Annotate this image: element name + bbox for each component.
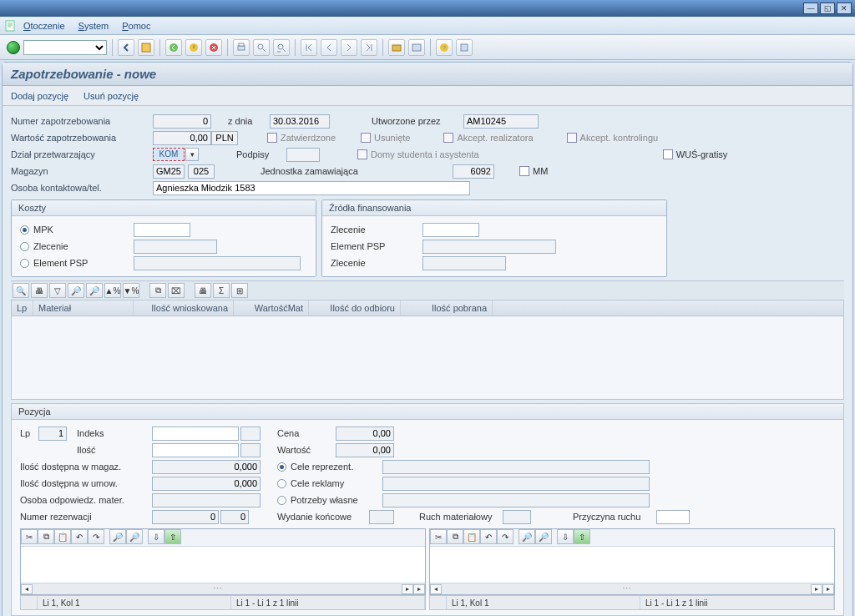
alv-table-icon[interactable]: ⊞: [231, 283, 248, 298]
save-icon[interactable]: [138, 39, 154, 56]
first-page-icon[interactable]: [301, 39, 317, 56]
ed-r-load-icon[interactable]: ⇩: [557, 529, 574, 544]
ed-r-scroll-right-icon[interactable]: ▸: [811, 584, 822, 594]
radio-cele-rep[interactable]: [277, 462, 286, 472]
radio-potrzeby[interactable]: [277, 496, 286, 505]
menu-pomoc[interactable]: Pomoc: [122, 21, 150, 31]
ed-l-paste-icon[interactable]: 📋: [54, 529, 71, 544]
help-icon[interactable]: ?: [436, 39, 453, 56]
nav-back-icon[interactable]: [165, 39, 182, 56]
nav-exit-icon[interactable]: [185, 39, 202, 56]
th-ilosc-odb[interactable]: Ilość do odbioru: [309, 300, 401, 316]
ed-l-copy-icon[interactable]: ⧉: [38, 529, 54, 544]
alv-find2-icon[interactable]: 🔎: [86, 283, 103, 298]
rez1-field: [152, 510, 219, 524]
ed-l-redo-icon[interactable]: ↷: [88, 529, 104, 544]
alv-print-icon[interactable]: 🖶: [31, 283, 48, 298]
prev-page-icon[interactable]: [321, 39, 337, 56]
radio-psp[interactable]: [20, 259, 29, 268]
ed-l-scrollbar[interactable]: ◂ ⋯ ▸ ▸: [21, 583, 425, 594]
poz-indeks-unit: [240, 427, 261, 441]
close-button[interactable]: ✕: [837, 3, 852, 14]
z-zlecenie-input[interactable]: [422, 223, 479, 237]
th-lp[interactable]: Lp: [12, 300, 33, 316]
radio-zlecenie[interactable]: [20, 242, 29, 251]
restore-button[interactable]: ◱: [820, 3, 835, 14]
alv-layout-icon[interactable]: Σ: [213, 283, 230, 298]
gen-session-icon[interactable]: [408, 39, 425, 56]
ed-r-undo-icon[interactable]: ↶: [480, 529, 497, 544]
dzial-search-help-icon[interactable]: ▾: [185, 148, 199, 161]
command-field[interactable]: [23, 40, 107, 55]
ed-r-copy-icon[interactable]: ⧉: [447, 529, 463, 544]
alv-sort-asc-icon[interactable]: ▲%: [104, 283, 121, 298]
poz-ilosc-field[interactable]: [152, 443, 239, 457]
ed-l-undo-icon[interactable]: ↶: [71, 529, 88, 544]
ed-l-scroll-left-icon[interactable]: ◂: [21, 584, 33, 594]
alv-sort-desc-icon[interactable]: ▼%: [123, 283, 139, 298]
ed-r-scroll-left-icon[interactable]: ◂: [430, 584, 442, 594]
ed-r-save-icon[interactable]: ⇧: [574, 529, 590, 544]
alv-details-icon[interactable]: 🔍: [13, 283, 29, 298]
ed-r-scrollbar[interactable]: ◂ ⋯ ▸ ▸: [430, 583, 834, 594]
last-page-icon[interactable]: [361, 39, 377, 56]
osoba-field[interactable]: [153, 181, 470, 195]
alv-export2-icon[interactable]: ⌧: [168, 283, 185, 298]
new-session-icon[interactable]: [388, 39, 405, 56]
ed-l-save-icon[interactable]: ⇧: [164, 529, 181, 544]
th-ilosc-pob[interactable]: Ilość pobrana: [401, 300, 493, 316]
ed-l-textarea[interactable]: [21, 547, 425, 583]
zdnia-field: [270, 114, 330, 129]
przyczyna-field[interactable]: [656, 510, 690, 524]
ed-l-scroll-right2-icon[interactable]: ▸: [413, 584, 425, 594]
th-wartmat[interactable]: WartośćMat: [234, 300, 309, 316]
add-position-button[interactable]: Dodaj pozycję: [11, 91, 68, 101]
alv-print2-icon[interactable]: 🖶: [195, 283, 211, 298]
dzial-field[interactable]: KOM: [153, 148, 185, 161]
chk-wus[interactable]: [663, 149, 673, 159]
find-icon[interactable]: [253, 39, 270, 56]
ed-l-scroll-right-icon[interactable]: ▸: [402, 584, 413, 594]
alv-export-icon[interactable]: ⧉: [149, 283, 166, 298]
label-zdnia: z dnia: [228, 116, 270, 126]
print-icon[interactable]: [233, 39, 250, 56]
ed-l-find-icon[interactable]: 🔎: [109, 529, 126, 544]
label-z-psp: Element PSP: [331, 241, 422, 251]
ed-l-find2-icon[interactable]: 🔎: [126, 529, 143, 544]
radio-mpk[interactable]: [20, 225, 29, 235]
minimize-button[interactable]: —: [803, 3, 818, 14]
label-potrzeby: Potrzeby własne: [291, 495, 382, 505]
mpk-input[interactable]: [134, 223, 190, 237]
remove-position-button[interactable]: Usuń pozycję: [83, 91, 139, 101]
next-page-icon[interactable]: [341, 39, 357, 56]
ed-r-find-icon[interactable]: 🔎: [519, 529, 535, 544]
poz-indeks-field[interactable]: [152, 427, 239, 441]
alv-filter-icon[interactable]: ▽: [49, 283, 66, 298]
menu-system[interactable]: System: [78, 21, 109, 31]
ed-r-cut-icon[interactable]: ✂: [430, 529, 447, 544]
ed-r-textarea[interactable]: [430, 547, 834, 583]
status-l-range: Li 1 - Li 1 z 1 linii: [231, 596, 425, 609]
alv-find-icon[interactable]: 🔎: [68, 283, 84, 298]
find-next-icon[interactable]: [273, 39, 290, 56]
enter-button[interactable]: [7, 41, 20, 54]
th-material[interactable]: Materiał: [33, 300, 134, 316]
back-icon[interactable]: [118, 39, 134, 56]
radio-cele-rek[interactable]: [277, 479, 286, 488]
chk-mm[interactable]: [519, 166, 529, 176]
th-ilosc-wn[interactable]: Ilość wnioskowana: [134, 300, 234, 316]
ed-l-cut-icon[interactable]: ✂: [21, 529, 38, 544]
customize-icon[interactable]: [456, 39, 473, 56]
ed-l-load-icon[interactable]: ⇩: [148, 529, 164, 544]
ed-r-paste-icon[interactable]: 📋: [463, 529, 480, 544]
poz-wartosc-field: [336, 443, 394, 457]
poz-indeks-label: Indeks: [77, 428, 152, 438]
label-ruch: Ruch materiałowy: [419, 512, 503, 522]
cancel-icon[interactable]: [205, 39, 222, 56]
ed-r-find2-icon[interactable]: 🔎: [535, 529, 552, 544]
ed-r-scroll-right2-icon[interactable]: ▸: [822, 584, 834, 594]
label-wus: WUŚ-gratisy: [676, 149, 728, 159]
ed-r-redo-icon[interactable]: ↷: [497, 529, 514, 544]
alv-toolbar: 🔍 🖶 ▽ 🔎 🔎 ▲% ▼% ⧉ ⌧ 🖶 Σ ⊞: [11, 280, 844, 300]
menu-otoczenie[interactable]: Otoczenie: [23, 21, 65, 31]
